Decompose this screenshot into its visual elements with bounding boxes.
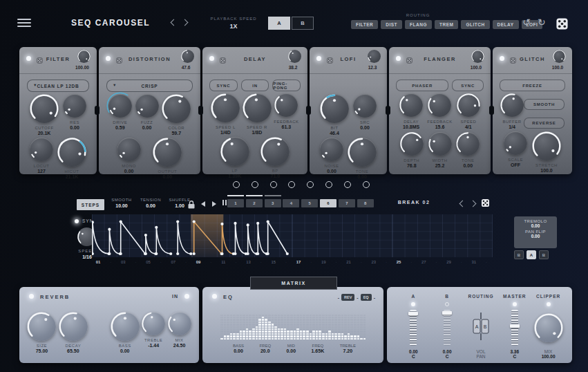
pattern-button-2[interactable]: 2 bbox=[246, 199, 263, 207]
fader-cap[interactable] bbox=[408, 312, 418, 315]
mix-knob[interactable] bbox=[368, 50, 381, 63]
column-power-dot[interactable] bbox=[411, 302, 415, 306]
drive-knob[interactable] bbox=[108, 94, 132, 118]
fader-cap[interactable] bbox=[510, 324, 520, 328]
pattern-button-8[interactable]: 8 bbox=[357, 199, 374, 207]
sync-button[interactable]: SYNC bbox=[209, 80, 238, 91]
undo-icon[interactable]: ↺ bbox=[522, 17, 531, 28]
routing-button-glitch[interactable]: GLITCH bbox=[461, 20, 489, 29]
step-grid[interactable] bbox=[92, 214, 493, 257]
src-knob[interactable] bbox=[353, 94, 377, 118]
preset-dropdown[interactable]: ▼CLEAN LP 12DB bbox=[27, 80, 89, 92]
tension-param[interactable]: TENSION0.00 bbox=[135, 198, 166, 208]
matrix-button[interactable]: MATRIX bbox=[250, 277, 337, 290]
hicut-knob[interactable] bbox=[57, 138, 86, 167]
pattern-button-1[interactable]: 1 bbox=[227, 199, 244, 207]
routing-button-delay[interactable]: DELAY bbox=[493, 20, 519, 29]
pause-icon[interactable] bbox=[222, 200, 227, 205]
mix-knob[interactable] bbox=[77, 50, 91, 63]
freq-readout[interactable]: FREQ1.65K bbox=[312, 344, 325, 353]
lock-icon[interactable] bbox=[188, 199, 195, 212]
noise-knob[interactable] bbox=[320, 138, 343, 161]
mix-knob[interactable] bbox=[471, 50, 484, 63]
treble-readout[interactable]: TREBLE7.20 bbox=[340, 344, 356, 353]
pattern-circle-6[interactable] bbox=[325, 181, 332, 188]
delay-knob[interactable] bbox=[399, 93, 423, 117]
locut-knob[interactable] bbox=[30, 138, 53, 161]
mid-readout[interactable]: MID0.00 bbox=[287, 344, 296, 353]
output-knob[interactable] bbox=[153, 138, 182, 167]
res-knob[interactable] bbox=[63, 94, 86, 118]
mix-knob[interactable] bbox=[553, 50, 566, 63]
preset-dropdown[interactable]: ▼CRISP bbox=[106, 80, 193, 92]
sequencer-dice-icon[interactable] bbox=[481, 198, 490, 210]
routing-ab-icon[interactable]: AB bbox=[471, 311, 491, 344]
pattern-circle-4[interactable] bbox=[288, 181, 295, 188]
fader-cap[interactable] bbox=[442, 311, 452, 315]
tone-knob[interactable] bbox=[348, 138, 377, 167]
stretch-knob[interactable] bbox=[532, 131, 561, 160]
ping-pong-button[interactable]: PING-PONG bbox=[272, 80, 301, 91]
pattern-circle-3[interactable] bbox=[270, 181, 277, 188]
column-power-dot[interactable] bbox=[547, 302, 551, 306]
bit-knob[interactable] bbox=[320, 94, 349, 123]
bass-knob[interactable] bbox=[111, 312, 140, 341]
scale-knob[interactable] bbox=[504, 131, 527, 155]
routing-button-filter[interactable]: FILTER bbox=[351, 20, 378, 29]
preset-prev-icon[interactable] bbox=[459, 201, 466, 207]
routing-button-trem[interactable]: TREM bbox=[435, 20, 458, 29]
size-knob[interactable] bbox=[27, 312, 56, 341]
order-button-rev[interactable]: REV bbox=[341, 294, 354, 301]
playback-speed-value[interactable]: 1X bbox=[207, 23, 260, 30]
preset-next-icon[interactable] bbox=[470, 201, 477, 207]
ab-button-a[interactable]: A bbox=[268, 17, 290, 30]
lp-knob[interactable] bbox=[220, 137, 249, 166]
bp-knob[interactable] bbox=[260, 137, 290, 166]
smooth-button[interactable]: SMOOTH bbox=[524, 99, 565, 110]
side-pattern-button-a-1[interactable]: A bbox=[527, 250, 536, 259]
column-power-dot[interactable] bbox=[513, 302, 517, 306]
buffer-knob[interactable] bbox=[500, 93, 524, 117]
ab-button-b[interactable]: B bbox=[292, 17, 314, 30]
tremolo-value[interactable]: 0.00 bbox=[514, 223, 557, 228]
mix-knob[interactable] bbox=[168, 312, 191, 335]
mix-knob[interactable] bbox=[181, 50, 194, 63]
steps-button[interactable]: STEPS bbox=[77, 199, 104, 210]
routing-button-flang[interactable]: FLANG bbox=[405, 20, 432, 29]
clipper-knob[interactable] bbox=[534, 313, 563, 342]
speed-l-knob[interactable] bbox=[211, 93, 240, 122]
menu-icon[interactable] bbox=[17, 19, 31, 29]
side-pattern-button-b-2[interactable]: B bbox=[539, 250, 549, 259]
pattern-circle-8[interactable] bbox=[363, 181, 370, 188]
column-power-dot[interactable] bbox=[445, 302, 449, 306]
feedback-knob[interactable] bbox=[274, 93, 298, 117]
nudge-left-icon[interactable] bbox=[201, 201, 205, 207]
smooth-param[interactable]: SMOOTH10.00 bbox=[106, 198, 137, 208]
randomize-dice-icon[interactable] bbox=[556, 17, 569, 33]
title-prev-icon[interactable] bbox=[171, 19, 178, 26]
depth-knob[interactable] bbox=[400, 132, 424, 156]
treble-knob[interactable] bbox=[142, 312, 165, 335]
freeze-button[interactable]: FREEZE bbox=[500, 80, 565, 91]
freq-readout[interactable]: FREQ20.0 bbox=[259, 344, 271, 353]
pan-flip-value[interactable]: 0.00 bbox=[514, 234, 557, 239]
reverb-power-dot[interactable] bbox=[29, 294, 34, 299]
side-pattern-button-b-0[interactable]: B bbox=[514, 250, 524, 259]
redo-icon[interactable]: ↻ bbox=[538, 17, 546, 28]
a-fader[interactable] bbox=[408, 310, 418, 346]
b-fader[interactable] bbox=[442, 310, 452, 346]
tone-knob[interactable] bbox=[456, 132, 480, 156]
pattern-circle-5[interactable] bbox=[307, 181, 314, 188]
bass-readout[interactable]: BASS0.00 bbox=[233, 344, 244, 353]
nudge-right-icon[interactable] bbox=[212, 201, 216, 207]
pattern-button-4[interactable]: 4 bbox=[283, 199, 299, 207]
decay-knob[interactable] bbox=[59, 312, 88, 341]
speed-r-knob[interactable] bbox=[243, 93, 272, 122]
pattern-button-5[interactable]: 5 bbox=[301, 199, 318, 207]
reverse-button[interactable]: REVERSE bbox=[524, 118, 565, 129]
eq-power-dot[interactable] bbox=[212, 294, 217, 299]
pattern-button-7[interactable]: 7 bbox=[339, 199, 355, 207]
phaser-button[interactable]: PHASER bbox=[396, 80, 448, 91]
speed-knob[interactable] bbox=[457, 93, 480, 117]
pattern-circle-1[interactable] bbox=[233, 181, 240, 188]
